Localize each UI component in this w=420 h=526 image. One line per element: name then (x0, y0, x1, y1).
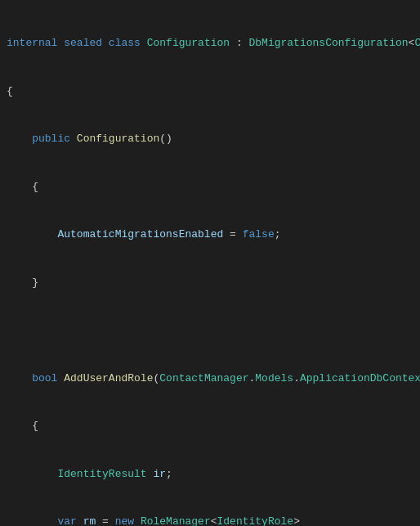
line-5: AutomaticMigrationsEnabled = false; (0, 227, 420, 243)
line-1: internal sealed class Configuration : Db… (0, 35, 420, 52)
line-11: var rm = new RoleManager<IdentityRole> (0, 514, 420, 526)
line-6: } (0, 275, 420, 291)
line-9: { (0, 418, 420, 434)
line-3: public Configuration() (0, 131, 420, 147)
line-2: { (0, 83, 420, 100)
line-4: { (0, 179, 420, 196)
line-8: bool AddUserAndRole(ContactManager.Model… (0, 371, 420, 387)
line-10: IdentityResult ir; (0, 466, 420, 483)
line-7 (0, 322, 420, 339)
code-editor: internal sealed class Configuration : Db… (0, 0, 420, 526)
